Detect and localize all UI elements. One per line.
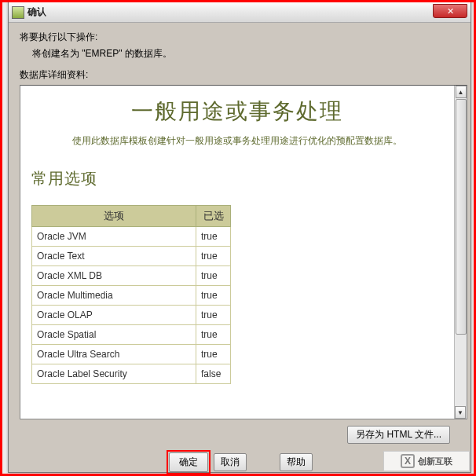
db-detail-label: 数据库详细资料:	[20, 68, 460, 82]
save-row: 另存为 HTML 文件...	[20, 426, 460, 444]
app-icon	[12, 6, 24, 19]
selected-cell: true	[196, 325, 231, 345]
section-common-options: 常用选项	[31, 168, 443, 189]
close-icon: ✕	[447, 6, 454, 16]
detail-panel: 一般用途或事务处理 使用此数据库模板创建针对一般用途或事务处理用途进行优化的预配…	[20, 85, 467, 419]
scroll-up-icon[interactable]: ▲	[456, 86, 467, 98]
help-button[interactable]: 帮助	[280, 453, 313, 471]
confirm-dialog: 确认 ✕ 将要执行以下操作: 将创建名为 "EMREP" 的数据库。 数据库详细…	[8, 2, 471, 473]
selected-cell: true	[196, 266, 231, 286]
ok-button[interactable]: 确定	[169, 452, 208, 472]
table-row: Oracle OLAPtrue	[32, 306, 231, 325]
col-option-header: 选项	[32, 206, 196, 227]
selected-cell: true	[196, 247, 231, 266]
option-cell: Oracle XML DB	[32, 266, 196, 286]
panel-content: 一般用途或事务处理 使用此数据库模板创建针对一般用途或事务处理用途进行优化的预配…	[20, 86, 454, 419]
cancel-button[interactable]: 取消	[214, 453, 247, 471]
save-html-button[interactable]: 另存为 HTML 文件...	[347, 426, 450, 444]
scroll-thumb[interactable]	[456, 99, 467, 335]
template-title: 一般用途或事务处理	[31, 97, 443, 126]
option-cell: Oracle JVM	[32, 227, 196, 247]
option-cell: Oracle Spatial	[32, 325, 196, 345]
selected-cell: false	[196, 364, 231, 384]
scrollbar[interactable]: ▲ ▼	[454, 86, 467, 419]
table-row: Oracle Texttrue	[32, 247, 231, 266]
table-row: Oracle Spatialtrue	[32, 325, 231, 345]
instruction-detail: 将创建名为 "EMREP" 的数据库。	[32, 47, 460, 60]
dialog-body: 将要执行以下操作: 将创建名为 "EMREP" 的数据库。 数据库详细资料: 一…	[9, 23, 471, 476]
option-cell: Oracle OLAP	[32, 306, 196, 325]
window-title: 确认	[27, 5, 46, 19]
titlebar: 确认 ✕	[9, 2, 471, 23]
table-row: Oracle Label Securityfalse	[32, 364, 231, 384]
close-button[interactable]: ✕	[433, 4, 467, 18]
scroll-down-icon[interactable]: ▼	[455, 406, 466, 419]
table-row: Oracle Ultra Searchtrue	[32, 345, 231, 364]
selected-cell: true	[196, 227, 231, 247]
selected-cell: true	[196, 306, 231, 325]
watermark-logo: X创新互联	[383, 451, 470, 471]
ok-highlight: 确定	[167, 450, 211, 474]
table-row: Oracle JVMtrue	[32, 227, 231, 247]
options-table: 选项 已选 Oracle JVMtrueOracle TexttrueOracl…	[31, 205, 231, 384]
selected-cell: true	[196, 286, 231, 306]
option-cell: Oracle Ultra Search	[32, 345, 196, 364]
option-cell: Oracle Multimedia	[32, 286, 196, 306]
template-subtitle: 使用此数据库模板创建针对一般用途或事务处理用途进行优化的预配置数据库。	[31, 134, 443, 148]
instruction-text: 将要执行以下操作:	[20, 31, 460, 44]
option-cell: Oracle Text	[32, 247, 196, 266]
col-selected-header: 已选	[196, 206, 231, 227]
option-cell: Oracle Label Security	[32, 364, 196, 384]
table-row: Oracle XML DBtrue	[32, 266, 231, 286]
selected-cell: true	[196, 345, 231, 364]
table-row: Oracle Multimediatrue	[32, 286, 231, 306]
